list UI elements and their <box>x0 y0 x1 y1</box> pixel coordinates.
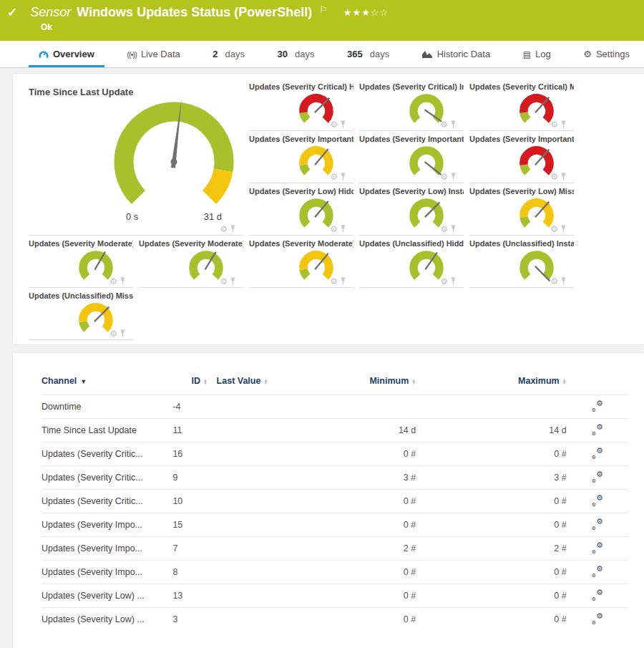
tab-label: Live Data <box>141 49 180 59</box>
tab-log[interactable]: ▤Log <box>519 41 555 67</box>
gear-icon[interactable]: ⚙ <box>550 121 558 128</box>
channel-settings-icon[interactable]: ⚙⚙ <box>592 401 603 411</box>
sort-both-icon: ▲▼ <box>263 379 268 385</box>
channel-name: Updates (Severity Impo... <box>42 537 172 561</box>
channel-settings-icon[interactable]: ⚙⚙ <box>592 614 603 624</box>
sensor-title: Windows Updates Status (PowerShell) <box>77 5 312 20</box>
channel-name: Updates (Severity Critic... <box>42 443 172 466</box>
pin-icon[interactable] <box>450 120 457 128</box>
priority-stars[interactable]: ★★★☆☆ <box>343 7 389 18</box>
gear-icon[interactable]: ⚙ <box>109 278 117 285</box>
tab-number: 365 <box>347 49 363 59</box>
channel-id: -4 <box>172 395 208 419</box>
channel-gauge-panel: Updates (Severity Low) Hidden⚙ <box>249 183 353 236</box>
settings-gear-icon: ⚙ <box>583 49 592 59</box>
channel-id: 3 <box>172 608 208 632</box>
pin-icon[interactable] <box>450 277 457 285</box>
gear-icon[interactable]: ⚙ <box>109 330 117 337</box>
gear-icon[interactable]: ⚙ <box>330 278 338 285</box>
column-header-id[interactable]: ID▲▼ <box>172 373 208 395</box>
table-row: Updates (Severity Impo...80 #0 #⚙⚙ <box>42 561 628 584</box>
channel-gauge-panel: Updates (Unclassified) Install...⚙ <box>469 236 574 288</box>
pin-icon[interactable] <box>340 120 346 128</box>
channel-gauge-panel: Updates (Severity Moderate) I...⚙ <box>139 236 243 288</box>
channel-gauge-panel: Updates (Severity Critical) Mi...⚙ <box>469 79 574 131</box>
channel-maximum: 0 # <box>416 443 566 466</box>
channel-maximum: 0 # <box>416 490 566 513</box>
sort-both-icon: ▲▼ <box>203 379 208 385</box>
gear-icon[interactable]: ⚙ <box>330 121 338 128</box>
pin-icon[interactable] <box>230 277 236 285</box>
log-icon: ▤ <box>523 49 531 59</box>
column-label: Minimum <box>369 376 409 386</box>
pin-icon[interactable] <box>340 173 346 180</box>
gauge-title: Updates (Severity Important) ... <box>249 135 353 143</box>
tab-overview[interactable]: Overview <box>34 41 99 67</box>
gear-icon[interactable]: ⚙ <box>440 173 448 180</box>
pin-icon[interactable] <box>560 120 567 128</box>
column-header-maximum[interactable]: Maximum▲▼ <box>416 373 566 395</box>
main-gauge-panel: Time Since Last Update0 s31 d⚙ <box>29 79 243 236</box>
table-row: Updates (Severity Low) ...130 #0 #⚙⚙ <box>42 584 628 608</box>
gear-icon[interactable]: ⚙ <box>550 173 558 180</box>
channel-name: Downtime <box>42 395 172 419</box>
tab-settings[interactable]: ⚙Settings <box>579 41 634 67</box>
channel-gauge-panel: Updates (Severity Important) ...⚙ <box>469 131 574 183</box>
channel-last-value <box>208 466 277 490</box>
channel-settings-icon[interactable]: ⚙⚙ <box>592 472 603 482</box>
channel-settings-icon[interactable]: ⚙⚙ <box>592 448 603 458</box>
tab-number: 30 <box>278 49 288 59</box>
gear-icon[interactable]: ⚙ <box>440 121 448 128</box>
column-label: Last Value <box>217 376 261 386</box>
channel-name: Updates (Severity Low) ... <box>42 608 172 632</box>
gear-icon[interactable]: ⚙ <box>550 226 558 233</box>
tab-label: days <box>225 49 245 59</box>
channel-last-value <box>208 395 277 419</box>
channel-gauge-panel: Updates (Severity Critical) Hi...⚙ <box>249 79 353 131</box>
channel-settings-icon[interactable]: ⚙⚙ <box>592 495 603 506</box>
gear-icon[interactable]: ⚙ <box>330 173 338 180</box>
gear-icon[interactable]: ⚙ <box>550 278 558 285</box>
channel-settings-icon[interactable]: ⚙⚙ <box>592 566 603 576</box>
tab-label: Settings <box>596 49 630 59</box>
pin-icon[interactable] <box>230 225 236 233</box>
pin-icon[interactable] <box>560 225 567 233</box>
channel-settings-icon[interactable]: ⚙⚙ <box>592 590 603 600</box>
channel-gauge-panel: Updates (Severity Important) ...⚙ <box>359 131 464 183</box>
gauge-title: Updates (Severity Moderate) ... <box>249 239 353 248</box>
table-row: Updates (Severity Impo...150 #0 #⚙⚙ <box>42 513 628 537</box>
table-row: Updates (Severity Critic...100 #0 #⚙⚙ <box>42 490 628 513</box>
tab-historic-data[interactable]: Historic Data <box>418 41 494 67</box>
channel-settings-icon[interactable]: ⚙⚙ <box>592 519 603 529</box>
column-header-last-value[interactable]: Last Value▲▼ <box>208 373 277 395</box>
sort-both-icon: ▲▼ <box>562 379 567 385</box>
tab-days365-days[interactable]: 365days <box>343 41 394 67</box>
pin-icon[interactable] <box>450 173 457 180</box>
tab-days2-days[interactable]: 2days <box>208 41 249 67</box>
pin-icon[interactable] <box>340 225 346 233</box>
channel-settings-icon[interactable]: ⚙⚙ <box>592 425 603 435</box>
pin-icon[interactable] <box>450 225 457 233</box>
channel-gauge-panel: Updates (Severity Important) ...⚙ <box>249 131 353 183</box>
pin-icon[interactable] <box>560 173 567 180</box>
tab-live-data[interactable]: ((•))Live Data <box>122 41 184 67</box>
gear-icon[interactable]: ⚙ <box>220 278 228 285</box>
object-kind-label: Sensor <box>30 5 71 20</box>
column-header-channel[interactable]: Channel▼ <box>42 373 172 395</box>
gear-icon[interactable]: ⚙ <box>440 278 448 285</box>
gear-icon[interactable]: ⚙ <box>440 226 448 233</box>
tab-days30-days[interactable]: 30days <box>273 41 319 67</box>
pin-icon[interactable] <box>560 277 567 285</box>
channel-settings-icon[interactable]: ⚙⚙ <box>592 543 603 553</box>
table-row: Time Since Last Update1114 d14 d⚙⚙ <box>42 419 628 443</box>
gauge-title: Time Since Last Update <box>29 82 243 97</box>
gear-icon[interactable]: ⚙ <box>220 226 228 233</box>
pin-icon[interactable] <box>119 329 126 337</box>
gear-icon[interactable]: ⚙ <box>330 226 338 233</box>
channel-id: 15 <box>172 513 208 537</box>
pin-icon[interactable] <box>340 277 346 285</box>
column-header-minimum[interactable]: Minimum▲▼ <box>277 373 416 395</box>
channel-last-value <box>208 584 277 608</box>
pin-icon[interactable] <box>119 277 126 285</box>
tab-label: days <box>370 49 389 59</box>
